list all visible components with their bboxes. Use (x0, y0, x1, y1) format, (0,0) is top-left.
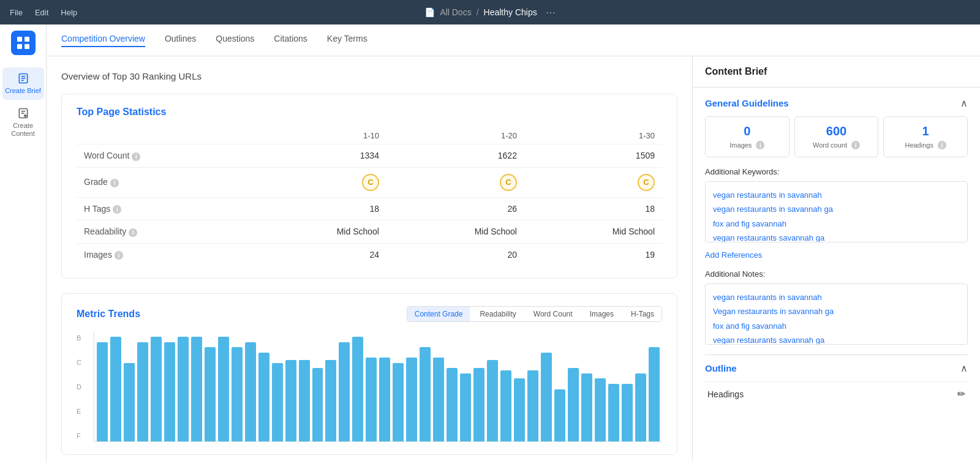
breadcrumb-all-docs[interactable]: All Docs (440, 7, 471, 17)
note-item: vegan restaurants in savannah (713, 290, 960, 304)
sidebar-item-create-content[interactable]: Create Content (2, 102, 44, 143)
outline-items: Headings ✏ (705, 381, 968, 406)
info-icon[interactable]: i (756, 141, 764, 149)
chart-bar (97, 342, 108, 441)
stat-row-value: Mid School (249, 220, 386, 244)
breadcrumb-separator: / (477, 7, 479, 17)
trend-tab-content-grade[interactable]: Content Grade (407, 307, 470, 321)
stat-row-value: Mid School (386, 220, 524, 244)
content-area: Overview of Top 30 Ranking URLs Top Page… (47, 56, 980, 461)
tab-competition-overview[interactable]: Competition Overview (61, 34, 145, 47)
chart-bar (124, 363, 135, 441)
right-panel-body: General Guidelines ∧ 0 Images i 600 Word… (693, 88, 980, 461)
sidebar-item-create-brief[interactable]: Create Brief (2, 67, 44, 100)
chart-bar (433, 358, 444, 441)
stat-row-value: 24 (249, 243, 386, 266)
tab-citations[interactable]: Citations (274, 34, 307, 47)
trend-tab-word-count[interactable]: Word Count (526, 307, 580, 321)
create-brief-icon (17, 72, 29, 84)
info-icon[interactable]: i (851, 141, 860, 149)
note-item: vegan restaurants savannah ga (713, 333, 960, 345)
outline-chevron[interactable]: ∧ (960, 362, 968, 374)
stat-box-value: 1 (890, 124, 961, 138)
chart-bar (541, 353, 552, 441)
stats-card: Top Page Statistics 1-10 1-20 1-30 Word … (61, 94, 677, 279)
outline-heading: Outline ∧ (705, 362, 968, 374)
svg-rect-3 (24, 44, 29, 49)
grade-badge: C (362, 174, 379, 191)
left-sidebar: Create Brief Create Content (0, 24, 47, 461)
chart-bar (460, 373, 471, 441)
create-content-icon (17, 107, 29, 119)
trend-tab-images[interactable]: Images (582, 307, 621, 321)
chart-bar (487, 360, 498, 441)
chart-bar (393, 363, 404, 441)
stat-box-label: Word count i (801, 141, 872, 149)
tab-outlines[interactable]: Outlines (165, 34, 196, 47)
additional-keywords-label: Additional Keywords: (705, 167, 968, 176)
trend-tabs: Content GradeReadabilityWord CountImages… (407, 306, 662, 322)
info-icon[interactable]: i (115, 251, 123, 260)
chart-bar (164, 342, 175, 441)
chart-bar (191, 337, 202, 441)
stat-box: 600 Word count i (794, 116, 879, 157)
info-icon[interactable]: i (938, 141, 946, 149)
tab-key-terms[interactable]: Key Terms (327, 34, 368, 47)
trend-tab-readability[interactable]: Readability (472, 307, 523, 321)
stat-row-value: Mid School (524, 220, 662, 244)
stat-box-label: Images i (712, 141, 783, 149)
add-references-link[interactable]: Add References (705, 250, 762, 260)
keyword-item: vegan restaurants in savannah ga (713, 202, 960, 216)
trend-tab-h-tags[interactable]: H-Tags (624, 307, 662, 321)
breadcrumb: 📄 All Docs / Healthy Chips ⋯ (424, 7, 555, 18)
chart-bar (447, 368, 458, 441)
chart-bar (568, 368, 579, 441)
keyword-item: vegan restaurants in savannah (713, 188, 960, 202)
chart-label: D (77, 383, 91, 391)
general-guidelines-chevron[interactable]: ∧ (960, 97, 968, 109)
info-icon[interactable]: i (129, 228, 137, 237)
chart-bar (352, 337, 363, 441)
chart-bar (299, 360, 310, 441)
chart-bar (232, 347, 243, 441)
chart-bar (622, 384, 633, 441)
info-icon[interactable]: i (132, 152, 140, 161)
stat-row-label: Readabilityi (77, 220, 249, 244)
info-icon[interactable]: i (110, 179, 119, 187)
tab-bar: Competition Overview Outlines Questions … (47, 24, 980, 56)
top-bar-menu: File Edit Help (10, 8, 77, 17)
share-icon[interactable]: ⋯ (546, 7, 556, 18)
stat-box-value: 0 (712, 124, 783, 138)
keyword-item: fox and fig savannah (713, 217, 960, 231)
chart-bar (312, 368, 323, 441)
chart-label: B (77, 334, 91, 342)
stat-row-value: 20 (386, 243, 524, 266)
breadcrumb-icon: 📄 (424, 7, 435, 17)
tab-questions[interactable]: Questions (216, 34, 254, 47)
menu-help[interactable]: Help (61, 8, 77, 17)
chart-bar (178, 337, 189, 441)
chart-bar (285, 360, 296, 441)
menu-file[interactable]: File (10, 8, 23, 17)
logo (11, 31, 36, 55)
edit-icon[interactable]: ✏ (957, 388, 965, 400)
sidebar-label-create-content: Create Content (5, 122, 42, 138)
chart-bar (581, 373, 592, 441)
notes-box: vegan restaurants in savannahVegan resta… (705, 283, 968, 345)
outline-section: Outline ∧ Headings ✏ (705, 354, 968, 406)
keyword-item: vegan restaurants savannah ga (713, 231, 960, 242)
info-icon[interactable]: i (113, 205, 121, 214)
stat-row-value: C (249, 167, 386, 197)
menu-edit[interactable]: Edit (35, 8, 48, 17)
additional-notes-label: Additional Notes: (705, 269, 968, 279)
bar-chart (94, 332, 662, 442)
chart-label: F (77, 432, 91, 440)
svg-rect-2 (17, 44, 22, 49)
chart-bar (258, 353, 270, 441)
chart-bar (110, 337, 121, 441)
chart-bar (137, 342, 148, 441)
stat-row-value: 19 (524, 243, 662, 266)
app-layout: Create Brief Create Content Competition … (0, 24, 980, 461)
stat-row-value: 18 (249, 197, 386, 220)
chart-bar (473, 368, 484, 441)
